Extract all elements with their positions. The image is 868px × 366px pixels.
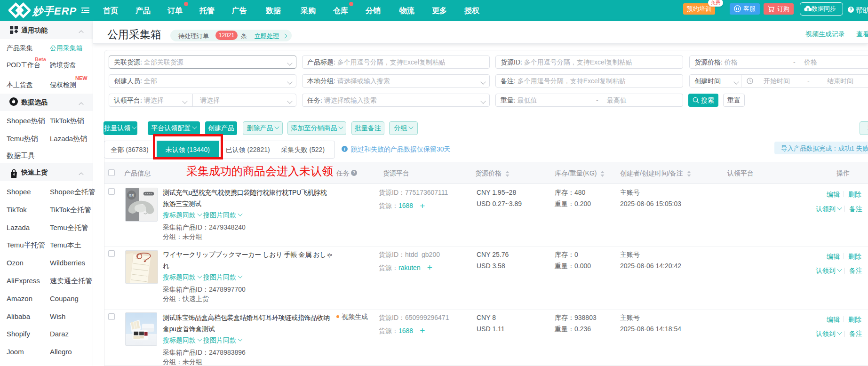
svg-text:月秀: 月秀	[129, 193, 135, 197]
